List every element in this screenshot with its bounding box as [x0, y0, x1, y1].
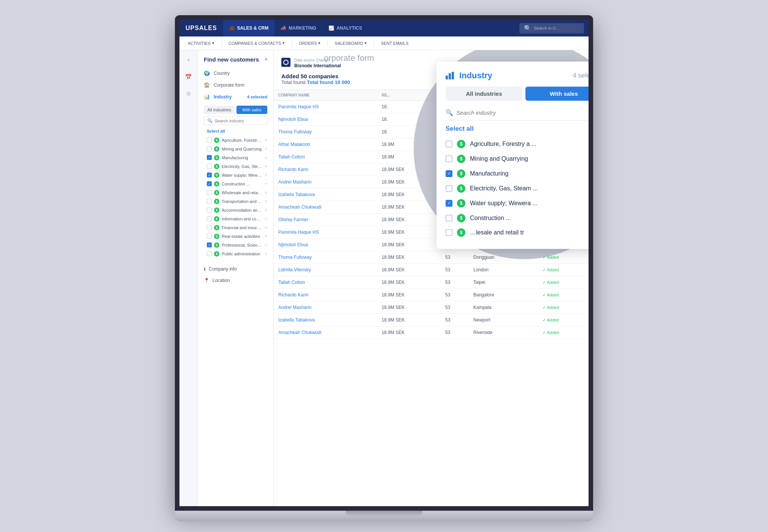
company-name-cell[interactable]: Richardo Kann	[274, 289, 377, 301]
industry-list-item[interactable]: $ Financial and insuranc ... +	[201, 223, 270, 232]
industry-search-input[interactable]	[215, 119, 264, 123]
search-input-nav[interactable]	[534, 26, 579, 30]
subnav-sent-emails[interactable]: SENT EMAILS	[377, 36, 413, 50]
zoom-checkbox[interactable]	[446, 229, 452, 236]
company-name-cell[interactable]: Amacheah Chukwudi	[274, 201, 377, 214]
company-name-cell[interactable]: Thoma Fulloway	[274, 126, 377, 138]
zoom-checkbox[interactable]	[446, 185, 452, 192]
nav-item-analytics[interactable]: 📈 ANALYTICS	[322, 20, 368, 36]
zoom-checkbox[interactable]: ✓	[446, 170, 452, 177]
company-name-cell[interactable]: Andrei Masharin	[274, 301, 377, 314]
zoom-industry-item[interactable]: $ Electricity, Gas, Steam ... +	[446, 181, 589, 196]
industry-list-item[interactable]: $ Electricity, Gas, Steam ... +	[201, 162, 270, 171]
industry-checkbox[interactable]	[207, 164, 212, 169]
industry-list-item[interactable]: $ Agriculture, Forestry a ... +	[201, 136, 270, 144]
sidebar-clock-icon[interactable]: ⊙	[183, 88, 194, 99]
dollar-circle-icon: $	[214, 190, 219, 195]
industry-list-item[interactable]: $ Mining and Quarrying +	[201, 144, 270, 153]
filter-item-corporate-form[interactable]: 🏠 Corporate form	[198, 79, 273, 91]
industry-select-all[interactable]: Select all	[201, 128, 270, 136]
sidebar-calendar-icon[interactable]: 📅	[183, 71, 194, 82]
filter-item-industry[interactable]: 📊 Industry 4 selected	[198, 91, 273, 103]
zoom-panel-selected-count: 4 selected	[573, 72, 589, 79]
industry-tab-with-sales[interactable]: With sales	[236, 106, 268, 114]
zoom-select-all[interactable]: Select all	[446, 124, 589, 136]
company-name-cell[interactable]: Amacheah Chukwudi	[274, 326, 377, 339]
zoom-checkbox[interactable]	[446, 155, 452, 162]
industry-search-box[interactable]: 🔍	[204, 116, 267, 125]
filter-item-location[interactable]: 📍 Location	[198, 274, 273, 285]
company-name-cell[interactable]: Paromita Haque HS	[274, 226, 377, 239]
zoom-industry-item[interactable]: ✓ $ Manufacturing +	[446, 166, 589, 181]
company-name-cell[interactable]: Paromita Haque HS	[274, 101, 377, 113]
zoom-checkbox[interactable]: ✓	[446, 200, 452, 207]
sidebar-add-icon[interactable]: ＋	[183, 55, 194, 65]
zoom-search-bar: 🔍	[446, 107, 589, 120]
industry-list-item[interactable]: $ Real estate activities +	[201, 232, 270, 241]
company-name-cell[interactable]: Tallah Cotton	[274, 151, 377, 163]
industry-checkbox[interactable]	[207, 199, 212, 204]
zoom-industry-item[interactable]: $ Agriculture, Forestry a ... +	[446, 136, 589, 151]
zoom-checkbox[interactable]	[446, 141, 452, 147]
zoom-industry-item[interactable]: $ Mining and Quarrying +	[446, 151, 589, 166]
industry-list-item[interactable]: $ Professional, Scientific ... +	[201, 241, 270, 249]
industry-list-item[interactable]: $ Wholesale and retail tr ... +	[201, 188, 270, 197]
industry-chart-icon	[446, 72, 455, 79]
industry-checkbox[interactable]	[207, 234, 212, 239]
main-content: ＋ 📅 ⊙ Find new customers ▾ 🌍 Country 🏠 C…	[179, 50, 589, 506]
filter-item-company-info[interactable]: ℹ Company info	[198, 263, 273, 274]
company-name-cell[interactable]: Izabella Tabakova	[274, 188, 377, 201]
filter-item-country[interactable]: 🌍 Country	[198, 67, 273, 79]
industry-checkbox[interactable]	[207, 146, 212, 151]
industry-checkbox[interactable]	[207, 155, 212, 160]
subnav-activities[interactable]: ACTIVITIES ▾	[184, 36, 218, 50]
subnav-orders[interactable]: ORDERS ▾	[295, 36, 324, 50]
industry-plus-icon: +	[264, 251, 267, 256]
sub-nav: ACTIVITIES ▾ COMPANIES & CONTACTS ▾ ORDE…	[179, 36, 589, 50]
dollar-circle-icon: $	[214, 234, 219, 239]
company-name-cell[interactable]: Olishia Farmer	[274, 214, 377, 226]
nav-item-sales-crm[interactable]: 💼 SALES & CRM	[223, 20, 275, 36]
zoom-tab-with-sales[interactable]: With sales	[525, 87, 589, 101]
industry-list-item[interactable]: $ Transportation and sto ... +	[201, 197, 270, 206]
company-name-cell[interactable]: Thoma Fulloway	[274, 251, 377, 264]
industry-list-item[interactable]: $ Manufacturing +	[201, 153, 270, 162]
nav-item-marketing[interactable]: 📣 MARKETING	[275, 20, 322, 36]
search-icon-zoom: 🔍	[446, 109, 453, 116]
zoom-industry-item[interactable]: $ …lesale and retail tr	[446, 225, 589, 240]
industry-checkbox[interactable]	[207, 251, 212, 256]
company-name-cell[interactable]: Lidmila Vilensky	[274, 264, 377, 276]
industry-list-item[interactable]: $ Information and com ... +	[201, 214, 270, 223]
industry-list-item[interactable]: $ Accommodation and f ... +	[201, 206, 270, 214]
industry-checkbox[interactable]	[207, 190, 212, 195]
company-name-cell[interactable]: Njimoluh Ebua	[274, 113, 377, 126]
industry-checkbox[interactable]	[207, 173, 212, 177]
company-name-cell[interactable]: Richardo Kann	[274, 163, 377, 176]
industry-checkbox[interactable]	[207, 216, 212, 221]
industry-checkbox[interactable]	[207, 138, 212, 142]
industry-checkbox[interactable]	[207, 207, 212, 212]
industry-checkbox[interactable]	[207, 181, 212, 186]
industry-list-item[interactable]: $ Construction ... +	[201, 179, 270, 188]
subnav-salesboard[interactable]: SALESBOARD ▾	[331, 36, 371, 50]
company-name-cell[interactable]: Njimoluh Ebua	[274, 239, 377, 251]
zoom-industry-item[interactable]: $ Construction ... +	[446, 211, 589, 225]
company-name-cell[interactable]: Tallah Cotton	[274, 276, 377, 289]
industry-list-item[interactable]: $ Public administration +	[201, 249, 270, 258]
company-name-cell[interactable]: Athar Malakooti	[274, 138, 377, 151]
industry-checkbox[interactable]	[207, 225, 212, 230]
company-name-cell[interactable]: Andrei Masharin	[274, 176, 377, 188]
zoom-tab-all-industries[interactable]: All industries	[446, 87, 522, 101]
nav-search[interactable]: 🔍	[519, 23, 584, 33]
zoom-search-input[interactable]	[456, 109, 589, 116]
industry-plus-icon: +	[264, 172, 267, 178]
subnav-companies-contacts[interactable]: COMPANIES & CONTACTS ▾	[225, 36, 289, 50]
zoom-industry-item[interactable]: ✓ $ Water supply; Wewera ... +	[446, 196, 589, 211]
company-city-cell: Taipei	[469, 276, 538, 289]
industry-checkbox[interactable]	[207, 242, 212, 247]
company-name-cell[interactable]: Izabella Tabakova	[274, 314, 377, 326]
dollar-circle-icon: $	[214, 216, 219, 222]
industry-list-item[interactable]: $ Water supply; Wewera ... +	[201, 171, 270, 179]
zoom-checkbox[interactable]	[446, 215, 452, 222]
industry-tab-all[interactable]: All industries	[204, 106, 235, 114]
